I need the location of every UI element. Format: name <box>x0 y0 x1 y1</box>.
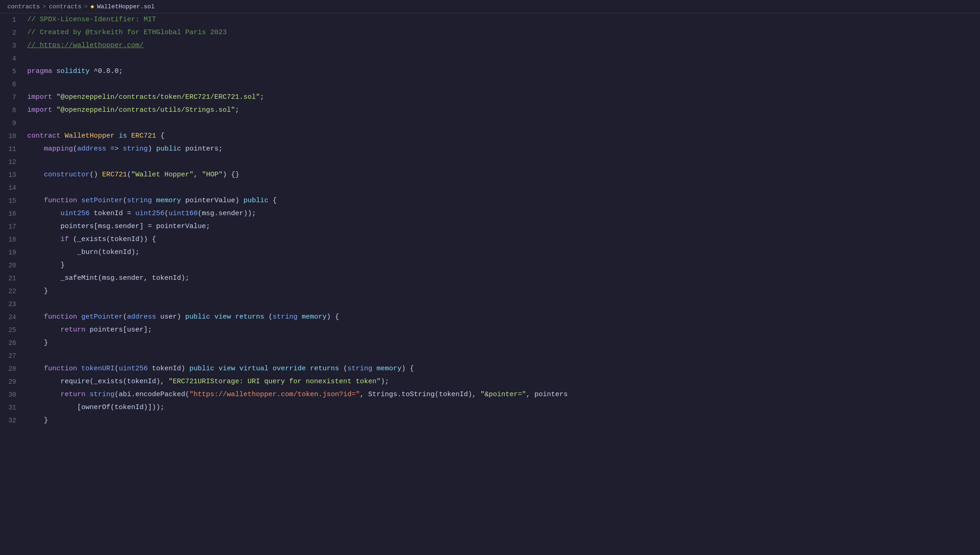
code-line: 6 <box>0 78 980 91</box>
code-line: 2// Created by @tsrkeith for ETHGlobal P… <box>0 26 980 39</box>
code-line: 20 } <box>0 259 980 272</box>
line-number: 24 <box>0 311 25 324</box>
line-content: _safeMint(msg.sender, tokenId); <box>25 272 980 285</box>
line-content: constructor() ERC721("Wallet Hopper", "H… <box>25 169 980 181</box>
code-line: 30 return string(abi.encodePacked("https… <box>0 388 980 401</box>
code-line: 14 <box>0 181 980 194</box>
code-line: 26 } <box>0 337 980 350</box>
code-line: 21 _safeMint(msg.sender, tokenId); <box>0 272 980 285</box>
code-line: 9 <box>0 117 980 130</box>
line-number: 16 <box>0 207 25 220</box>
line-content: return pointers[user]; <box>25 324 980 337</box>
code-line: 25 return pointers[user]; <box>0 324 980 337</box>
code-line: 22 } <box>0 285 980 298</box>
line-content: if (_exists(tokenId)) { <box>25 233 980 246</box>
code-line: 24 function getPointer(address user) pub… <box>0 311 980 324</box>
breadcrumb-bar: contracts > contracts > ◆ WalletHopper.s… <box>0 0 980 13</box>
line-number: 11 <box>0 143 25 156</box>
line-content: } <box>25 337 980 350</box>
line-content <box>25 52 980 65</box>
line-content: } <box>25 285 980 298</box>
code-line: 13 constructor() ERC721("Wallet Hopper",… <box>0 169 980 181</box>
line-content: [ownerOf(tokenId)])); <box>25 401 980 414</box>
file-icon: ◆ <box>91 3 94 10</box>
code-line: 29 require(_exists(tokenId), "ERC721URIS… <box>0 375 980 388</box>
code-line: 7import "@openzeppelin/contracts/token/E… <box>0 91 980 104</box>
line-number: 22 <box>0 285 25 298</box>
line-content: uint256 tokenId = uint256(uint160(msg.se… <box>25 207 980 220</box>
code-line: 17 pointers[msg.sender] = pointerValue; <box>0 220 980 233</box>
line-content: pointers[msg.sender] = pointerValue; <box>25 220 980 233</box>
breadcrumb-sep2: > <box>84 3 88 10</box>
line-content <box>25 350 980 362</box>
line-content <box>25 78 980 91</box>
line-number: 32 <box>0 414 25 427</box>
line-number: 17 <box>0 220 25 233</box>
line-number: 31 <box>0 401 25 414</box>
line-content: // SPDX-License-Identifier: MIT <box>25 13 980 26</box>
line-content <box>25 156 980 169</box>
line-number: 2 <box>0 26 25 39</box>
code-line: 1// SPDX-License-Identifier: MIT <box>0 13 980 26</box>
line-content <box>25 181 980 194</box>
code-line: 10contract WalletHopper is ERC721 { <box>0 130 980 143</box>
line-number: 15 <box>0 194 25 207</box>
line-number: 20 <box>0 259 25 272</box>
line-number: 27 <box>0 350 25 362</box>
line-number: 13 <box>0 169 25 181</box>
line-number: 25 <box>0 324 25 337</box>
line-number: 4 <box>0 52 25 65</box>
line-content <box>25 117 980 130</box>
line-content: return string(abi.encodePacked("https://… <box>25 388 980 401</box>
breadcrumb-filename[interactable]: WalletHopper.sol <box>97 3 155 10</box>
line-content <box>25 298 980 311</box>
line-content: } <box>25 259 980 272</box>
line-number: 5 <box>0 65 25 78</box>
line-content: _burn(tokenId); <box>25 246 980 259</box>
line-number: 18 <box>0 233 25 246</box>
line-number: 19 <box>0 246 25 259</box>
code-line: 27 <box>0 350 980 362</box>
breadcrumb-sep1: > <box>42 3 46 10</box>
code-line: 31 [ownerOf(tokenId)])); <box>0 401 980 414</box>
code-line: 32 } <box>0 414 980 427</box>
line-content: import "@openzeppelin/contracts/utils/St… <box>25 104 980 117</box>
line-content: function tokenURI(uint256 tokenId) publi… <box>25 362 980 375</box>
code-line: 5pragma solidity ^0.8.0; <box>0 65 980 78</box>
line-content: function setPointer(string memory pointe… <box>25 194 980 207</box>
line-number: 26 <box>0 337 25 350</box>
line-content: // Created by @tsrkeith for ETHGlobal Pa… <box>25 26 980 39</box>
code-line: 28 function tokenURI(uint256 tokenId) pu… <box>0 362 980 375</box>
line-number: 6 <box>0 78 25 91</box>
code-line: 4 <box>0 52 980 65</box>
line-number: 30 <box>0 388 25 401</box>
code-line: 12 <box>0 156 980 169</box>
code-line: 18 if (_exists(tokenId)) { <box>0 233 980 246</box>
code-editor: 1// SPDX-License-Identifier: MIT2// Crea… <box>0 13 980 427</box>
breadcrumb-part2[interactable]: contracts <box>49 3 81 10</box>
code-line: 16 uint256 tokenId = uint256(uint160(msg… <box>0 207 980 220</box>
code-line: 8import "@openzeppelin/contracts/utils/S… <box>0 104 980 117</box>
line-content: mapping(address => string) public pointe… <box>25 143 980 156</box>
line-content: require(_exists(tokenId), "ERC721URIStor… <box>25 375 980 388</box>
code-line: 19 _burn(tokenId); <box>0 246 980 259</box>
line-number: 28 <box>0 362 25 375</box>
line-content: contract WalletHopper is ERC721 { <box>25 130 980 143</box>
line-number: 23 <box>0 298 25 311</box>
line-content: import "@openzeppelin/contracts/token/ER… <box>25 91 980 104</box>
breadcrumb-part1[interactable]: contracts <box>7 3 40 10</box>
line-content: pragma solidity ^0.8.0; <box>25 65 980 78</box>
line-number: 7 <box>0 91 25 104</box>
line-content: function getPointer(address user) public… <box>25 311 980 324</box>
line-number: 8 <box>0 104 25 117</box>
line-number: 14 <box>0 181 25 194</box>
line-number: 12 <box>0 156 25 169</box>
line-content: // https://wallethopper.com/ <box>25 39 980 52</box>
line-number: 29 <box>0 375 25 388</box>
code-line: 3// https://wallethopper.com/ <box>0 39 980 52</box>
line-number: 1 <box>0 13 25 26</box>
line-number: 3 <box>0 39 25 52</box>
line-number: 9 <box>0 117 25 130</box>
code-line: 11 mapping(address => string) public poi… <box>0 143 980 156</box>
line-content: } <box>25 414 980 427</box>
